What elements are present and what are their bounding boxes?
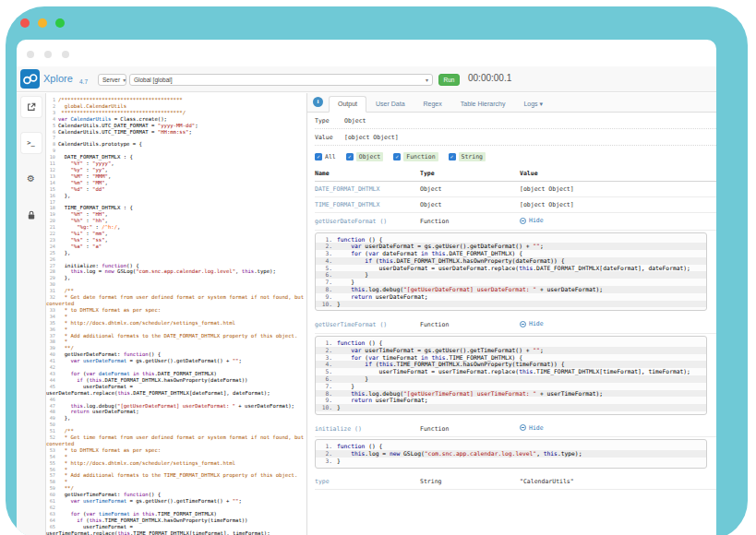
editor-line: 48 return userDateFormat; (46, 409, 306, 415)
line-number: 21 (46, 224, 55, 231)
tab-table-hierarchy[interactable]: Table Hierarchy (451, 96, 515, 113)
window-dot (44, 51, 52, 58)
editor-line: 16 }, (46, 193, 306, 199)
code-line: 9. return userDateFormat; (316, 293, 706, 301)
editor-line: 20 "%h" : "hh", (46, 218, 306, 224)
code-line-number: 7. (316, 383, 332, 390)
code-line-number: 5. (316, 368, 332, 375)
code-line-number: 3. (316, 354, 332, 362)
property-value: Hide (520, 424, 716, 434)
window-dot (62, 51, 69, 58)
code-line: 10.} (316, 301, 706, 308)
info-icon[interactable]: i (313, 97, 323, 107)
property-name-link[interactable]: getUserTimeFormat () (315, 321, 420, 328)
hide-link[interactable]: Hide (520, 217, 544, 224)
line-number: 7 (46, 135, 55, 141)
server-select[interactable]: Server ▾ (98, 74, 126, 86)
security-button[interactable] (21, 205, 42, 225)
editor-line-code: * to DHTMLX format as per spec: (58, 447, 161, 453)
open-new-window-button[interactable] (21, 97, 42, 117)
code-line-text: function () { (337, 443, 382, 450)
code-line-number: 5. (316, 265, 332, 272)
hide-link[interactable]: Hide (520, 424, 544, 432)
line-number: 44 (46, 377, 55, 384)
editor-line-code: }, (58, 250, 70, 256)
script-editor[interactable]: 1/**************************************… (46, 93, 306, 535)
editor-line-code: "%Y" : "yyyy", (58, 160, 114, 166)
editor-line-code: * Get date format from user defined form… (46, 294, 306, 306)
editor-line: 24 "%a" : "a" (46, 244, 306, 250)
run-button[interactable]: Run (438, 74, 460, 86)
property-type: Function (420, 321, 520, 328)
editor-line-code: /*************************************** (58, 97, 183, 102)
line-number: 61 (46, 498, 55, 505)
code-line: 1.function () { (316, 339, 706, 347)
tab-user-data[interactable]: User Data (366, 96, 414, 113)
editor-line: 65 userTimeFormat = userTimeFormat.repla… (46, 524, 306, 535)
editor-line-code: * to DHTMLX format as per spec: (58, 307, 161, 313)
tab-output[interactable]: Output (329, 96, 366, 113)
table-row: getUserTimeFormat () Function Hide (315, 316, 716, 334)
editor-line: 2 global.CalendarUtils (46, 103, 306, 110)
line-number: 15 (46, 186, 55, 193)
code-line-number: 6. (316, 271, 332, 279)
editor-line: 27 initialize: function() { (46, 263, 306, 269)
settings-button[interactable]: ⚙ (21, 169, 42, 189)
line-number: 27 (46, 263, 55, 269)
line-number: 54 (46, 454, 55, 460)
scope-select-value: Global [global] (134, 77, 173, 83)
line-number: 30 (46, 281, 55, 288)
editor-line: 6CalendarUtils.UTC_TIME_FORMAT = "HH:mm:… (46, 129, 306, 136)
line-number: 19 (46, 211, 55, 218)
property-name-link[interactable]: type (315, 478, 420, 485)
editor-line: 38 * (46, 339, 306, 345)
editor-line-code: **/ (58, 345, 74, 351)
editor-line: 5CalendarUtils.UTC_DATE_FORMAT = "yyyy-M… (46, 123, 306, 129)
property-name-link[interactable]: getUserDateFormat () (315, 218, 420, 225)
line-number: 47 (46, 403, 55, 410)
code-line-number: 8. (316, 286, 332, 293)
filter-object[interactable]: ✓ Object (346, 152, 383, 161)
code-line-number: 4. (316, 361, 332, 368)
line-number: 35 (46, 320, 55, 327)
tab-logs[interactable]: Logs ▾ (514, 96, 552, 113)
editor-line-code: CalendarUtils.UTC_TIME_FORMAT = "HH:mm:s… (58, 129, 192, 135)
filter-function[interactable]: ✓ Function (393, 152, 438, 161)
line-number: 32 (46, 294, 55, 301)
result-type-label: Type (315, 117, 344, 125)
console-button[interactable]: >_ (21, 133, 42, 153)
line-number: 16 (46, 193, 55, 199)
editor-line-code: userTimeFormat = userTimeFormat.replace(… (46, 524, 270, 535)
editor-line: 19 "%H" : "HH", (46, 211, 306, 218)
editor-line: 47 this.log.debug("[getUserDateFormat] u… (46, 403, 306, 410)
editor-line-code: TIME_FORMAT_DHTMLX : { (58, 205, 133, 210)
tab-regex[interactable]: Regex (414, 96, 451, 113)
gear-icon: ⚙ (27, 174, 35, 184)
scope-select[interactable]: Global [global] ▾ (129, 74, 433, 86)
editor-line-code: "%i" : "mm", (58, 231, 108, 236)
line-number: 5 (46, 123, 55, 129)
minimize-window-button[interactable] (38, 18, 47, 28)
property-name-link[interactable]: initialize () (315, 425, 420, 433)
editor-line: 42 (46, 364, 306, 371)
maximize-window-button[interactable] (55, 18, 65, 28)
editor-line: 7 (46, 135, 306, 141)
editor-line: 37 * Add additional formats to the DATE_… (46, 333, 306, 339)
property-name-link[interactable]: DATE_FORMAT_DHTMLX (315, 185, 420, 193)
hide-link[interactable]: Hide (520, 320, 544, 327)
editor-line: 55 * http://docs.dhtmlx.com/scheduler/se… (46, 460, 306, 467)
line-number: 13 (46, 173, 55, 180)
line-number: 60 (46, 492, 55, 498)
filter-all[interactable]: ✓ All (315, 153, 336, 160)
code-line-text: var userDateFormat = gs.getUser().getDat… (337, 243, 544, 250)
close-window-button[interactable] (20, 18, 30, 28)
column-header: Type (420, 170, 520, 177)
line-number: 24 (46, 244, 55, 250)
table-row: DATE_FORMAT_DHTMLX Object [object Object… (315, 182, 716, 197)
editor-line: 9 (46, 148, 306, 154)
filter-string[interactable]: ✓ String (449, 152, 486, 161)
editor-line: 50 (46, 422, 306, 428)
code-line-text: for (var timeFormat in this.TIME_FORMAT_… (337, 354, 522, 362)
property-name-link[interactable]: TIME_FORMAT_DHTMLX (315, 201, 420, 208)
code-line-number: 3. (316, 458, 332, 465)
